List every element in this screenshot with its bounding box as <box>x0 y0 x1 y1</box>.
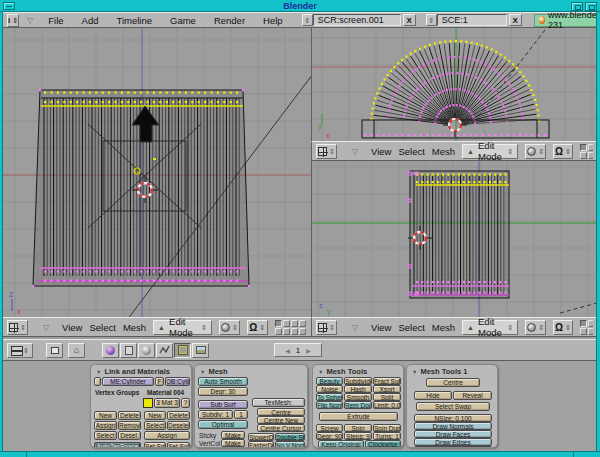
window-maximize-button[interactable] <box>585 2 597 11</box>
me-browse-button[interactable] <box>94 377 101 386</box>
set-smooth-button[interactable]: Set Smooth <box>144 442 166 448</box>
centre-new-button[interactable]: Centre New <box>257 416 305 424</box>
viewport-side[interactable]: zy <box>311 161 597 317</box>
menu-timeline[interactable]: Timeline <box>116 15 152 26</box>
spin-dup-button[interactable]: Spin Dup <box>373 424 401 432</box>
frame-prev-icon[interactable]: ◀ <box>285 347 290 354</box>
autotexspace-toggle[interactable]: AutoTexSpace <box>94 442 141 448</box>
layer-cell[interactable] <box>299 328 306 335</box>
panel-align-button[interactable] <box>46 343 63 358</box>
material-new-button[interactable]: New <box>144 411 166 420</box>
fasterdraw-button[interactable]: FasterDraw <box>248 441 274 448</box>
layer-cell[interactable] <box>580 144 587 151</box>
extrude-button[interactable]: Extrude <box>319 412 398 421</box>
material-query-button[interactable]: ? <box>181 398 190 408</box>
panel-header[interactable]: ▼Link and Materials <box>91 365 191 376</box>
subdiv-render-field[interactable]: 1 <box>234 410 248 419</box>
to-sphere-button[interactable]: To Sphere <box>316 393 343 401</box>
viewport-top[interactable]: yx <box>311 28 597 141</box>
menu-view[interactable]: View <box>371 322 391 333</box>
vgroup-remove-button[interactable]: Remove <box>118 421 141 430</box>
scene-name-field[interactable]: SCE:1 <box>437 14 507 26</box>
layer-cell[interactable] <box>580 152 587 159</box>
screw-button[interactable]: Screw <box>316 424 343 432</box>
layer-cell[interactable] <box>275 320 282 327</box>
layer-cell[interactable] <box>588 320 593 327</box>
mode-dropdown[interactable]: ▲ Edit Mode ⇕ <box>462 144 518 159</box>
screen-name-field[interactable]: SCR:screen.001 <box>313 14 401 26</box>
layer-cell[interactable] <box>291 320 298 327</box>
layer-buttons[interactable] <box>580 144 593 159</box>
header-collapse-icon[interactable]: ▽ <box>352 323 358 332</box>
pivot-button[interactable]: Ω⇕ <box>553 144 573 159</box>
layer-cell[interactable] <box>580 328 587 335</box>
me-name-field[interactable]: ME:Cylinder <box>102 377 154 386</box>
home-view-button[interactable]: ⌂ <box>68 343 85 358</box>
texmesh-field[interactable]: TexMesh: <box>252 398 305 407</box>
fake-user-button[interactable]: F <box>155 377 164 386</box>
menu-add[interactable]: Add <box>82 15 99 26</box>
flip-norm-button[interactable]: Flip Norm <box>316 401 343 409</box>
steps-number-field[interactable]: Steps: 9 <box>344 432 372 440</box>
menu-mesh[interactable]: Mesh <box>432 322 455 333</box>
scene-browse-button[interactable]: ⇕ <box>426 14 437 26</box>
hide-button[interactable]: Hide <box>414 391 452 400</box>
mode-dropdown[interactable]: ▲ Edit Mode ⇕ <box>153 320 212 335</box>
editor-type-button[interactable]: ⇕ <box>316 144 337 159</box>
screen-delete-button[interactable]: X <box>403 14 416 26</box>
auto-smooth-toggle[interactable]: Auto Smooth <box>198 377 248 386</box>
vgroup-deselect-button[interactable]: Desel. <box>118 431 141 440</box>
layer-cell[interactable] <box>299 320 306 327</box>
menu-file[interactable]: File <box>48 15 63 26</box>
menu-help[interactable]: Help <box>263 15 283 26</box>
editor-type-button[interactable]: ⇕ <box>7 320 28 335</box>
layer-buttons[interactable] <box>275 320 307 335</box>
material-delete-button[interactable]: Delete <box>167 411 190 420</box>
draw-edges-toggle[interactable]: Draw Edges <box>414 438 492 446</box>
layer-cell[interactable] <box>283 328 290 335</box>
turns-number-field[interactable]: Turns: 1 <box>373 432 401 440</box>
degr-number-field[interactable]: Degr: 30 <box>198 387 248 396</box>
subdivide-button[interactable]: Subdivide <box>344 377 372 385</box>
degr-number-field[interactable]: Degr: 90 <box>316 432 343 440</box>
header-collapse-icon[interactable]: ▽ <box>43 323 49 332</box>
centre-button[interactable]: Centre <box>257 408 305 416</box>
vgroup-select-button[interactable]: Select <box>94 431 117 440</box>
pivot-button[interactable]: Ω⇕ <box>247 320 268 335</box>
material-index-field[interactable]: 3 Mat 3 <box>154 398 180 408</box>
no-vnormal-flip-toggle[interactable]: No V.Normal Flip <box>275 441 305 448</box>
draw-faces-toggle[interactable]: Draw Faces <box>414 430 492 438</box>
material-assign-button[interactable]: Assign <box>144 431 190 440</box>
sticky-make-button[interactable]: Make <box>221 431 245 439</box>
draw-type-button[interactable]: ⇕ <box>525 144 546 159</box>
noise-button[interactable]: Noise <box>316 385 343 393</box>
editor-type-button[interactable]: ⇕ <box>7 343 33 358</box>
viewport-front[interactable]: Zx <box>3 28 311 317</box>
double-sided-toggle[interactable]: Double Sided <box>275 433 305 441</box>
spin-button[interactable]: Spin <box>344 424 372 432</box>
menu-select[interactable]: Select <box>398 322 424 333</box>
layer-cell[interactable] <box>283 320 290 327</box>
panel-header[interactable]: ▼Mesh Tools <box>313 365 403 376</box>
all-edges-toggle[interactable]: All edges <box>414 446 492 448</box>
hash-button[interactable]: Hash <box>344 385 372 393</box>
scene-context-button[interactable] <box>192 343 209 358</box>
nsize-slider[interactable]: NSize: 0.100 <box>414 414 492 422</box>
panel-header[interactable]: ▼Mesh <box>195 365 307 376</box>
menu-view[interactable]: View <box>371 146 391 157</box>
optimal-toggle[interactable]: Optimal <box>198 420 248 429</box>
clockwise-toggle[interactable]: Clockwise <box>365 440 401 448</box>
rem-doubles-button[interactable]: Rem Doub <box>344 401 372 409</box>
vertcol-make-button[interactable]: Make <box>221 439 245 447</box>
editor-type-button[interactable]: ⇕ <box>316 320 337 335</box>
editing-context-button[interactable] <box>174 343 191 358</box>
scene-delete-button[interactable]: X <box>509 14 522 26</box>
subdiv-number-field[interactable]: Subdiv: 1 <box>198 410 233 419</box>
screen-browse-button[interactable]: ⇕ <box>302 14 313 26</box>
layer-cell[interactable] <box>580 320 587 327</box>
panel-header[interactable]: ▼Mesh Tools 1 <box>407 365 497 376</box>
menu-select[interactable]: Select <box>89 322 115 333</box>
beauty-toggle[interactable]: Beauty <box>316 377 343 385</box>
centre-button[interactable]: Centre <box>426 378 480 387</box>
info-window-type-button[interactable]: i ⇕ <box>7 14 19 27</box>
